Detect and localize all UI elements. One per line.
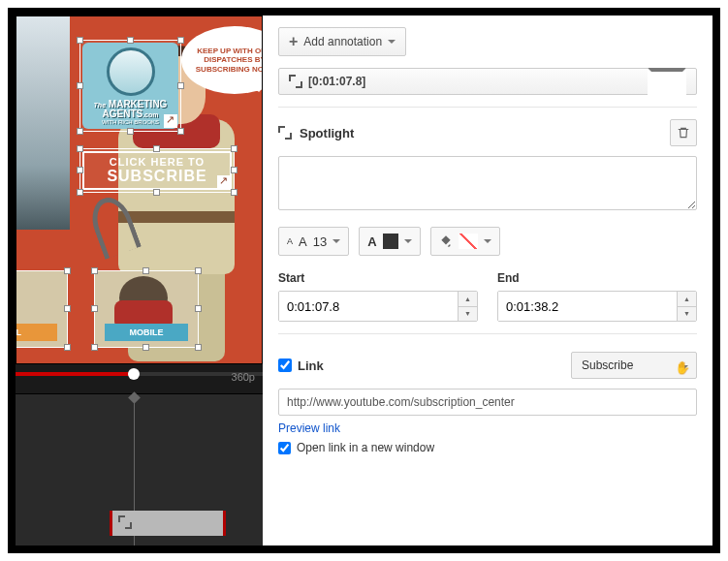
font-size-control[interactable]: AA 13	[278, 227, 349, 256]
chevron-down-icon	[484, 239, 491, 247]
open-new-window-checkbox[interactable]: Open link in a new window	[278, 441, 697, 454]
start-time-input[interactable]	[279, 292, 458, 321]
annotation-type-label: Spotlight	[300, 126, 354, 140]
annotation-card-2[interactable]: MOBILE	[94, 270, 199, 348]
preview-link[interactable]: Preview link	[278, 421, 340, 435]
chevron-down-icon	[404, 239, 412, 247]
end-time-up[interactable]: ▲	[678, 292, 696, 307]
playhead-knob[interactable]	[128, 368, 140, 380]
annotation-timeline[interactable]	[16, 393, 263, 545]
spotlight-icon	[278, 126, 292, 140]
end-time-input[interactable]	[498, 292, 677, 321]
quality-label[interactable]: 360p	[232, 371, 255, 383]
link-type-dropdown[interactable]: Subscribe ✋	[571, 352, 697, 379]
link-checkbox[interactable]: Link	[278, 358, 324, 373]
link-icon	[217, 175, 231, 189]
annotation-card-1[interactable]: AL	[16, 270, 68, 348]
plus-icon: +	[289, 34, 298, 49]
annotation-text-input[interactable]	[278, 156, 697, 210]
font-size-icon: A	[287, 236, 293, 246]
start-time-up[interactable]: ▲	[459, 292, 477, 307]
cursor-icon: ✋	[675, 360, 690, 375]
chevron-down-icon	[648, 68, 686, 99]
video-preview[interactable]: KEEP UP WITH OUR DISPATCHES BY SUBSCRIBI…	[16, 16, 263, 364]
font-color-control[interactable]: A	[359, 227, 420, 256]
delete-button[interactable]	[670, 119, 697, 146]
add-annotation-button[interactable]: + Add annotation	[278, 27, 406, 56]
annotation-subscribe[interactable]: CLICK HERE TO SUBSCRIBE	[79, 148, 235, 193]
chevron-down-icon	[332, 239, 340, 247]
link-icon	[164, 114, 177, 128]
font-color-icon: A	[367, 234, 376, 249]
start-label: Start	[278, 271, 478, 285]
link-url-input[interactable]	[278, 389, 697, 416]
paint-bucket-icon	[439, 234, 453, 248]
timestamp-dropdown[interactable]: [0:01:07.8]	[278, 68, 697, 95]
end-label: End	[497, 271, 697, 285]
spotlight-icon	[118, 515, 132, 529]
progress-bar[interactable]: 360p	[16, 364, 263, 393]
spotlight-icon	[289, 75, 302, 88]
annotation-logo[interactable]: The MARKETING AGENTS.com WITH RICH BROOK…	[79, 40, 181, 132]
chevron-down-icon	[388, 40, 396, 47]
annotation-controls: + Add annotation [0:01:07.8] Spotlight	[263, 16, 712, 545]
bg-color-control[interactable]	[430, 227, 500, 256]
video-panel: KEEP UP WITH OUR DISPATCHES BY SUBSCRIBI…	[16, 16, 263, 545]
start-time-down[interactable]: ▼	[459, 307, 477, 322]
timeline-clip[interactable]	[110, 511, 226, 536]
trash-icon	[677, 126, 690, 140]
end-time-down[interactable]: ▼	[678, 307, 696, 322]
